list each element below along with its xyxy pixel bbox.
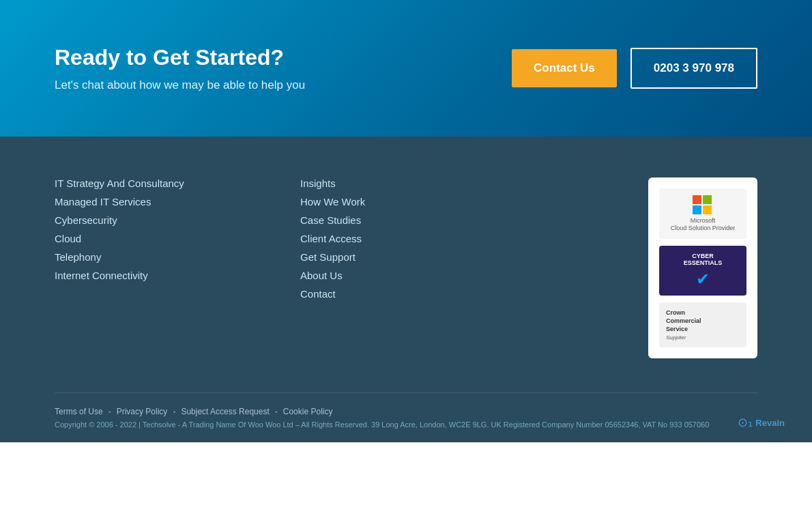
footer-wrapper: IT Strategy And Consultancy Managed IT S… [0,137,812,442]
footer-link-about-us[interactable]: About Us [300,270,437,281]
ms-square-yellow [703,205,712,214]
footer-link-insights[interactable]: Insights [300,177,437,189]
footer-link-cloud[interactable]: Cloud [55,233,246,244]
ms-square-blue [693,205,701,214]
subject-link[interactable]: Subject Access Request [181,407,269,416]
microsoft-badge: MicrosoftCloud Solution Provider [659,188,746,239]
revain-icon: ⊙₁ [738,415,753,430]
terms-link[interactable]: Terms of Use [55,407,103,416]
crown-commercial-badge: CrownCommercialService Supplier [659,302,746,347]
legal-sep3: - [275,407,278,416]
footer-col-services: IT Strategy And Consultancy Managed IT S… [55,177,246,358]
footer-link-contact[interactable]: Contact [300,288,437,300]
ms-square-green [703,195,712,204]
cyber-essentials-badge: CYBERESSENTIALS ✔ [659,246,746,296]
privacy-link[interactable]: Privacy Policy [117,407,168,416]
footer-col-company: Insights How We Work Case Studies Client… [300,177,437,358]
cta-heading: Ready to Get Started? [55,45,305,70]
footer-bottom: Terms of Use - Privacy Policy - Subject … [55,392,757,442]
cookie-link[interactable]: Cookie Policy [283,407,333,416]
contact-us-button[interactable]: Contact Us [512,49,617,87]
footer-link-case-studies[interactable]: Case Studies [300,214,437,226]
footer: IT Strategy And Consultancy Managed IT S… [0,137,812,442]
cta-subheading: Let's chat about how we may be able to h… [55,78,305,92]
cta-text: Ready to Get Started? Let's chat about h… [55,45,305,92]
footer-legal-links: Terms of Use - Privacy Policy - Subject … [55,407,757,416]
footer-link-internet[interactable]: Internet Connectivity [55,270,246,281]
cyber-check-icon: ✔ [696,270,710,289]
cyber-label: CYBERESSENTIALS [684,253,723,268]
footer-link-strategy[interactable]: IT Strategy And Consultancy [55,177,246,189]
footer-link-client-access[interactable]: Client Access [300,233,437,244]
revain-badge: ⊙₁ Revain [738,415,785,430]
footer-link-cybersecurity[interactable]: Cybersecurity [55,214,246,226]
crown-sub: Supplier [666,334,740,341]
badge-panel: MicrosoftCloud Solution Provider CYBERES… [648,177,757,358]
phone-button[interactable]: 0203 3 970 978 [630,48,757,89]
crown-title: CrownCommercialService [666,309,740,333]
cta-section: Ready to Get Started? Let's chat about h… [0,0,812,137]
ms-square-red [693,195,701,204]
footer-link-telephony[interactable]: Telephony [55,251,246,263]
legal-sep1: - [108,407,111,416]
cta-buttons: Contact Us 0203 3 970 978 [512,48,757,89]
microsoft-logo [693,195,713,214]
footer-link-get-support[interactable]: Get Support [300,251,437,263]
footer-link-how-we-work[interactable]: How We Work [300,196,437,208]
microsoft-label: MicrosoftCloud Solution Provider [671,217,736,232]
footer-col-badges: MicrosoftCloud Solution Provider CYBERES… [648,177,757,358]
footer-columns: IT Strategy And Consultancy Managed IT S… [55,177,757,392]
footer-link-managed[interactable]: Managed IT Services [55,196,246,208]
revain-label: Revain [755,418,785,428]
footer-copyright: Copyright © 2006 - 2022 | Techsolve - A … [55,420,757,429]
legal-sep2: - [173,407,175,416]
